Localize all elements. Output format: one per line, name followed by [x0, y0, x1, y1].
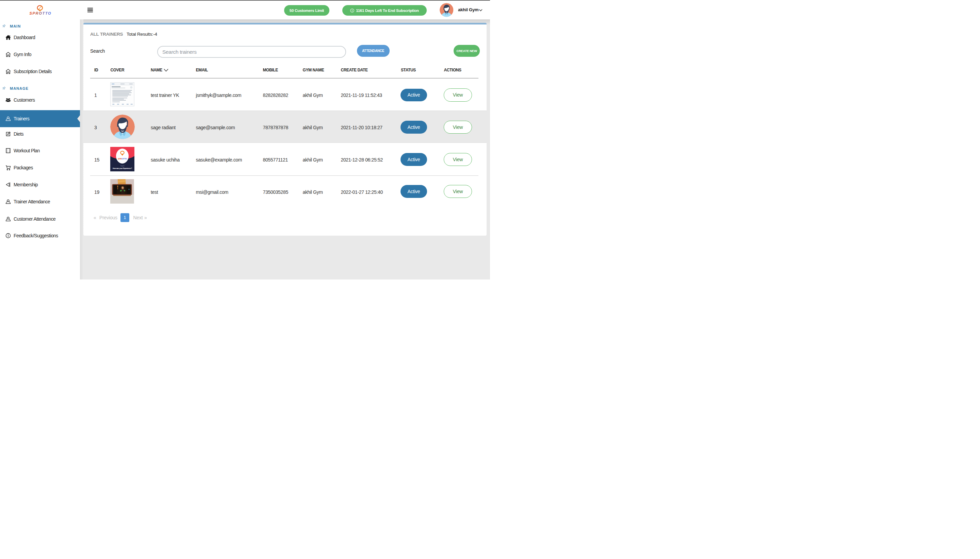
svg-text:SPROTTO: SPROTTO [30, 11, 52, 15]
svg-text:Yogesh: Yogesh [121, 165, 124, 167]
svg-text:How was your Experience ?: How was your Experience ? [113, 168, 132, 169]
svg-text:SPROTTO: SPROTTO [118, 158, 127, 160]
